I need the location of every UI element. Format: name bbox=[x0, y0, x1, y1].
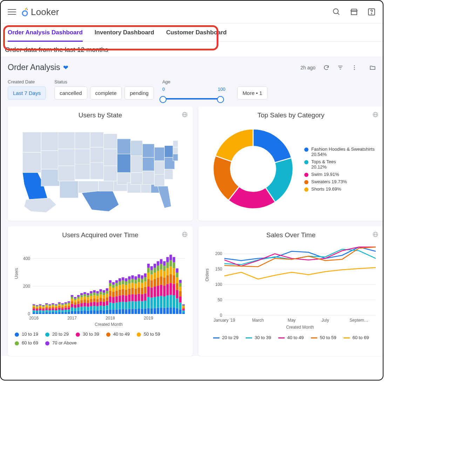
svg-rect-99 bbox=[45, 312, 48, 314]
us-map-chart[interactable] bbox=[13, 122, 187, 218]
globe-icon[interactable] bbox=[182, 231, 188, 238]
svg-rect-294 bbox=[131, 275, 134, 279]
tab-order-analysis[interactable]: Order Analysis Dashboard bbox=[8, 23, 83, 41]
filter-created-date[interactable]: Last 7 Days bbox=[8, 87, 46, 100]
svg-point-12 bbox=[354, 67, 355, 68]
favorite-icon[interactable]: ❤ bbox=[63, 64, 68, 71]
svg-rect-123 bbox=[55, 307, 57, 309]
svg-rect-105 bbox=[45, 303, 48, 304]
age-slider-min-handle[interactable] bbox=[159, 96, 166, 103]
marketplace-icon[interactable] bbox=[350, 8, 358, 16]
svg-rect-328 bbox=[147, 268, 150, 273]
svg-rect-178 bbox=[80, 303, 83, 307]
svg-rect-149 bbox=[68, 309, 70, 312]
svg-rect-219 bbox=[100, 306, 102, 310]
svg-point-3 bbox=[27, 9, 28, 10]
svg-rect-345 bbox=[157, 296, 159, 308]
globe-icon[interactable] bbox=[372, 111, 379, 118]
svg-rect-167 bbox=[74, 299, 76, 300]
svg-rect-358 bbox=[163, 308, 165, 314]
svg-rect-293 bbox=[131, 279, 134, 283]
svg-text:Created Month: Created Month bbox=[286, 325, 314, 330]
svg-rect-336 bbox=[150, 266, 153, 270]
svg-rect-200 bbox=[90, 299, 92, 302]
filter-icon[interactable] bbox=[337, 64, 344, 71]
folder-icon[interactable] bbox=[369, 64, 376, 71]
donut-legend: Fashion Hoodies & Sweatshirts20.54% Tops… bbox=[304, 146, 375, 192]
svg-rect-135 bbox=[61, 310, 64, 312]
help-icon[interactable] bbox=[367, 8, 376, 16]
tab-inventory[interactable]: Inventory Dashboard bbox=[95, 23, 154, 41]
tab-bar: Order Analysis Dashboard Inventory Dashb… bbox=[1, 23, 383, 42]
svg-rect-187 bbox=[83, 297, 86, 300]
svg-rect-282 bbox=[128, 301, 130, 309]
svg-rect-171 bbox=[77, 304, 80, 307]
line-chart[interactable]: 050100150200January '19MarchMayJulySepte… bbox=[210, 242, 378, 333]
svg-rect-74 bbox=[33, 307, 35, 309]
filter-status-complete[interactable]: complete bbox=[90, 87, 122, 100]
svg-rect-48 bbox=[143, 171, 155, 185]
svg-rect-17 bbox=[22, 132, 41, 152]
dashboard-header: Order Analysis ❤ 2h ago bbox=[8, 63, 376, 72]
svg-rect-273 bbox=[122, 277, 124, 280]
svg-rect-396 bbox=[179, 291, 182, 296]
svg-rect-388 bbox=[176, 290, 178, 299]
svg-rect-376 bbox=[169, 267, 172, 274]
app-logo[interactable]: Looker bbox=[21, 7, 59, 18]
filter-status-cancelled[interactable]: cancelled bbox=[54, 87, 87, 100]
svg-rect-395 bbox=[179, 296, 182, 303]
svg-rect-102 bbox=[45, 307, 48, 308]
filter-more[interactable]: More • 1 bbox=[237, 87, 267, 100]
stacked-bar-chart[interactable]: 02004002016201720182019Created Month bbox=[19, 242, 187, 329]
svg-rect-183 bbox=[83, 310, 86, 314]
svg-rect-372 bbox=[169, 307, 172, 314]
svg-rect-80 bbox=[36, 309, 38, 310]
menu-icon[interactable] bbox=[8, 8, 16, 16]
svg-rect-268 bbox=[122, 302, 124, 309]
svg-rect-27 bbox=[75, 149, 90, 164]
svg-rect-133 bbox=[58, 302, 61, 303]
filter-status-pending[interactable]: pending bbox=[124, 87, 154, 100]
svg-rect-343 bbox=[154, 264, 156, 268]
svg-rect-310 bbox=[141, 301, 143, 309]
svg-rect-33 bbox=[98, 181, 114, 191]
card-title: Top Sales by Category bbox=[204, 111, 378, 119]
svg-rect-185 bbox=[83, 303, 86, 307]
svg-rect-23 bbox=[58, 149, 75, 166]
age-slider[interactable] bbox=[162, 98, 221, 100]
globe-icon[interactable] bbox=[182, 111, 188, 118]
svg-rect-150 bbox=[68, 307, 70, 309]
svg-rect-139 bbox=[61, 304, 64, 305]
svg-rect-399 bbox=[179, 280, 182, 283]
svg-rect-329 bbox=[147, 264, 150, 268]
svg-rect-342 bbox=[154, 268, 156, 273]
svg-rect-231 bbox=[103, 290, 105, 293]
svg-text:2019: 2019 bbox=[144, 316, 153, 321]
globe-icon[interactable] bbox=[372, 231, 379, 238]
age-slider-max-handle[interactable] bbox=[217, 96, 224, 103]
svg-rect-243 bbox=[109, 286, 111, 291]
svg-rect-405 bbox=[182, 305, 185, 306]
more-icon[interactable] bbox=[351, 64, 358, 71]
svg-point-0 bbox=[22, 11, 27, 16]
svg-rect-196 bbox=[87, 293, 89, 295]
svg-rect-98 bbox=[42, 305, 45, 306]
svg-rect-323 bbox=[147, 308, 150, 314]
svg-rect-292 bbox=[131, 283, 134, 288]
svg-rect-186 bbox=[83, 300, 86, 303]
svg-rect-245 bbox=[109, 280, 111, 283]
svg-rect-257 bbox=[115, 286, 118, 291]
tab-customer[interactable]: Customer Dashboard bbox=[166, 23, 227, 41]
svg-rect-143 bbox=[64, 308, 67, 310]
svg-rect-265 bbox=[118, 281, 121, 285]
donut-chart[interactable] bbox=[204, 122, 302, 216]
svg-rect-177 bbox=[80, 307, 83, 310]
svg-rect-215 bbox=[96, 296, 99, 299]
svg-rect-168 bbox=[74, 297, 76, 299]
svg-rect-299 bbox=[135, 283, 137, 288]
search-icon[interactable] bbox=[332, 8, 341, 16]
svg-rect-275 bbox=[125, 302, 127, 309]
refresh-icon[interactable] bbox=[323, 64, 329, 71]
svg-rect-122 bbox=[55, 309, 57, 310]
svg-rect-206 bbox=[93, 302, 95, 306]
